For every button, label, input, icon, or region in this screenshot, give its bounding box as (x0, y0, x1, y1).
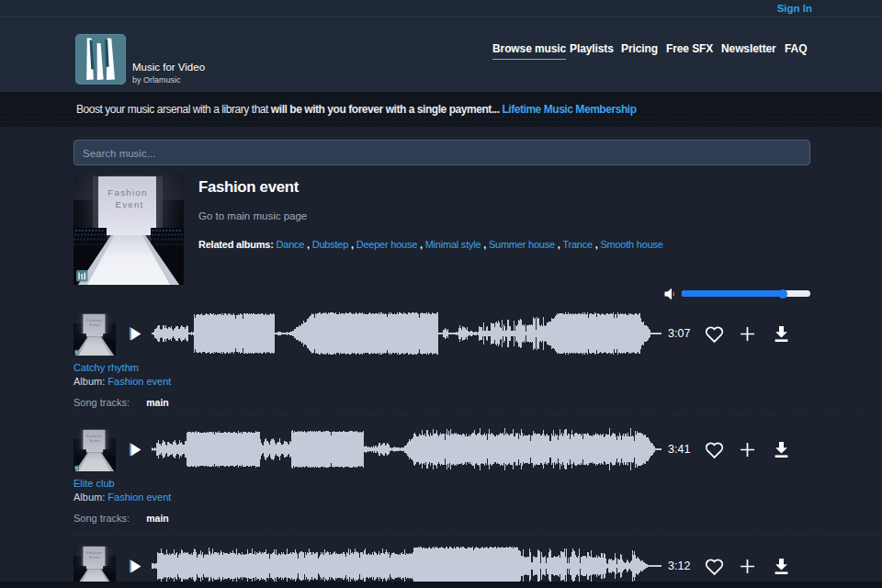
svg-text:Event: Event (115, 199, 143, 209)
svg-text:Fashion: Fashion (107, 187, 147, 198)
